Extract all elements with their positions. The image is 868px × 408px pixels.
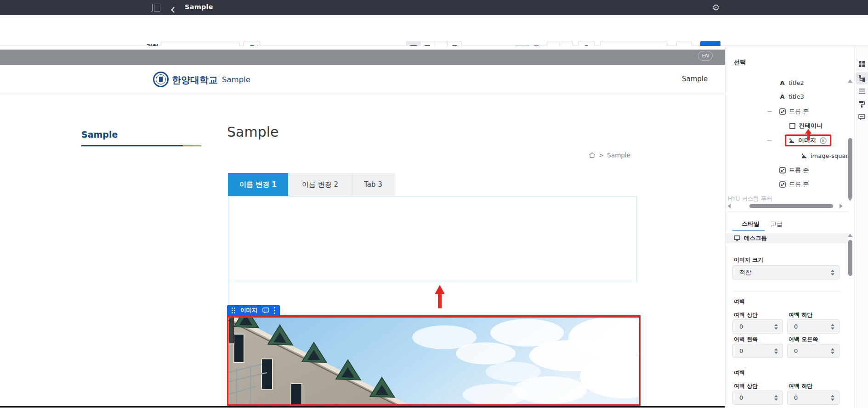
tree-item-label: 드롭 존 <box>789 107 809 116</box>
text-icon: A <box>779 80 785 86</box>
comment-icon[interactable] <box>262 307 269 313</box>
margin-value: 0 <box>794 347 798 354</box>
underline-navy <box>81 145 183 146</box>
margin-input-여백-하단[interactable]: 0 <box>787 391 840 405</box>
margin-input-여백-상단[interactable]: 0 <box>732 391 783 405</box>
hscroll-thumb[interactable] <box>749 204 833 208</box>
tree-item-label: 드롭 존 <box>789 180 809 189</box>
stepper-icon[interactable] <box>831 395 835 401</box>
margin-input-여백-하단[interactable]: 0 <box>787 319 840 334</box>
image-size-value: 적합 <box>739 268 751 277</box>
underline-green <box>193 145 201 146</box>
page-canvas: EN 한양대학교 Sample Sample Sample Sample > S… <box>0 46 725 408</box>
image-size-select[interactable]: 적합 <box>732 265 840 279</box>
move-up-arrow <box>435 285 445 308</box>
panel-icon-strip <box>854 46 868 408</box>
canvas-tab-1[interactable]: 이름 변경 1 <box>228 173 288 196</box>
tab-bar: 이름 변경 1이름 변경 2Tab 3 <box>228 173 394 196</box>
tab-advanced[interactable]: 고급 <box>771 220 783 228</box>
sidebar-toggle-icon[interactable] <box>151 4 161 11</box>
style-divider <box>734 291 840 291</box>
theme-roller-icon[interactable] <box>856 98 868 110</box>
tree-item-드롭-존[interactable]: 드롭 존 <box>779 179 809 190</box>
text-icon: A <box>779 94 785 100</box>
inspector-panel: 선택 Atitle2Atitle3−드롭 존컨테이너−이미지image-squa… <box>725 46 868 408</box>
tree-item-image-square[interactable]: image-square <box>801 150 851 162</box>
canvas-tab-2[interactable]: 이름 변경 2 <box>288 173 352 196</box>
stepper-icon[interactable] <box>774 348 778 354</box>
site-header: 한양대학교 Sample Sample <box>0 65 725 94</box>
home-icon[interactable] <box>589 152 596 158</box>
margin-value: 0 <box>739 323 743 330</box>
collapse-icon[interactable]: − <box>767 107 772 115</box>
style-tab-underline <box>732 230 765 231</box>
language-badge[interactable]: EN <box>698 51 713 61</box>
margin-field-label: 여백 상단 <box>734 311 758 319</box>
gear-icon[interactable]: ⚙ <box>710 1 722 13</box>
stepper-icon[interactable] <box>831 324 835 330</box>
drag-handle-icon[interactable] <box>232 307 236 313</box>
tree-item-title2[interactable]: Atitle2 <box>779 77 804 89</box>
remove-icon[interactable] <box>820 137 827 144</box>
tree-item-title3[interactable]: Atitle3 <box>779 90 804 102</box>
svg-text:A: A <box>780 94 784 100</box>
selected-image-element[interactable] <box>227 315 641 406</box>
svg-text:A: A <box>780 80 784 86</box>
stepper-icon[interactable] <box>774 324 778 330</box>
margin-input-여백-상단[interactable]: 0 <box>732 319 783 334</box>
site-name: 한양대학교 <box>172 74 218 86</box>
comments-panel-icon[interactable] <box>856 111 868 123</box>
header-nav-link[interactable]: Sample <box>682 75 708 83</box>
tree-scrollbar-thumb[interactable] <box>848 138 852 199</box>
app-title: Sample <box>185 3 213 11</box>
element-chip-label: 이미지 <box>240 307 258 314</box>
content-border-segment <box>228 282 228 306</box>
components-grid-icon[interactable] <box>856 58 868 70</box>
hscroll-right-icon[interactable] <box>840 204 843 208</box>
tree-item-footer[interactable]: HYU 커스텀 푸터 <box>728 195 772 203</box>
device-section-label: 데스크톱 <box>744 235 767 242</box>
breadcrumb-item[interactable]: Sample <box>607 151 630 159</box>
tree-item-label: title2 <box>789 79 804 86</box>
margin-input-여백-오른쪽[interactable]: 0 <box>787 344 840 358</box>
side-nav-link[interactable]: Sample <box>81 129 118 140</box>
layers-tree-icon[interactable] <box>856 72 868 84</box>
outline-list-icon[interactable] <box>856 85 868 97</box>
canvas-bottom-edge <box>0 406 725 408</box>
tab-content-area <box>228 196 636 282</box>
dropzone-icon <box>779 167 786 173</box>
tree-item-label: image-square <box>811 152 851 159</box>
breadcrumb: > Sample <box>589 151 636 159</box>
margin-section-title: 여백 <box>734 298 745 306</box>
underline-orange <box>183 145 193 146</box>
margin-section-title: 여백 <box>734 369 745 377</box>
stepper-icon[interactable] <box>831 348 835 354</box>
tree-item-드롭-존[interactable]: 드롭 존 <box>779 106 809 117</box>
reorder-arrow-icon <box>805 129 811 141</box>
element-toolbar-chip[interactable]: 이미지 <box>227 305 280 316</box>
image-icon <box>801 153 807 159</box>
site-subtitle: Sample <box>222 75 250 84</box>
tree-scroll-up-icon[interactable] <box>848 79 852 83</box>
style-scroll-up-icon[interactable] <box>848 234 852 237</box>
margin-field-label: 여백 하단 <box>789 382 812 390</box>
margin-value: 0 <box>794 323 798 330</box>
utility-band: EN <box>0 50 725 65</box>
more-options-icon[interactable] <box>274 307 275 314</box>
hscroll-left-icon[interactable] <box>727 204 731 208</box>
stepper-icon[interactable] <box>774 395 778 401</box>
style-scrollbar-thumb[interactable] <box>848 240 852 276</box>
tree-item-label: title3 <box>789 93 804 100</box>
margin-input-여백-왼쪽[interactable]: 0 <box>732 344 783 358</box>
canvas-tab-3[interactable]: Tab 3 <box>352 173 394 196</box>
panel-divider <box>726 212 848 212</box>
collapse-icon[interactable]: − <box>767 136 772 144</box>
page-heading: Sample <box>227 124 279 140</box>
stepper-icon <box>831 269 835 275</box>
tab-style[interactable]: 스타일 <box>742 220 760 228</box>
back-chevron-icon[interactable] <box>172 5 176 14</box>
margin-value: 0 <box>739 347 743 354</box>
tree-scroll-down-icon[interactable] <box>848 198 852 201</box>
header-divider <box>218 75 218 84</box>
tree-item-드롭-존[interactable]: 드롭 존 <box>779 164 809 176</box>
